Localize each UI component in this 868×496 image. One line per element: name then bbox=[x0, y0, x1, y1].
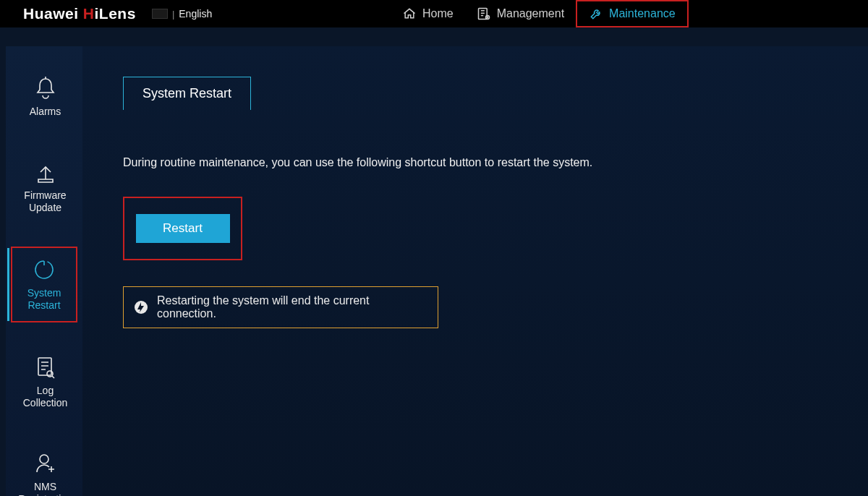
restart-button-label: Restart bbox=[163, 221, 203, 236]
nav-management-label: Management bbox=[497, 7, 564, 20]
sidebar-log-label: Log Collection bbox=[16, 385, 75, 410]
sidebar-alarms-label: Alarms bbox=[30, 106, 61, 119]
warning-box: Restarting the system will end the curre… bbox=[123, 286, 438, 328]
log-icon bbox=[33, 354, 59, 380]
nav-maintenance[interactable]: Maintenance bbox=[576, 0, 689, 27]
upload-icon bbox=[33, 159, 59, 185]
restart-button[interactable]: Restart bbox=[136, 214, 230, 243]
power-icon bbox=[31, 257, 57, 283]
management-icon bbox=[477, 7, 491, 21]
sidebar: Alarms Firmware Update System Restart Lo… bbox=[6, 46, 82, 496]
warning-icon bbox=[134, 300, 148, 315]
brand-suffix: iLens bbox=[95, 5, 136, 22]
user-plus-icon bbox=[33, 450, 59, 476]
sidebar-item-firmware-update[interactable]: Firmware Update bbox=[11, 150, 77, 223]
restart-highlight-box: Restart bbox=[123, 197, 242, 260]
sidebar-item-nms-registration[interactable]: NMS Registration bbox=[11, 442, 77, 497]
language-selector[interactable]: | English bbox=[152, 8, 212, 20]
tab-label: System Restart bbox=[142, 86, 231, 101]
sidebar-item-log-collection[interactable]: Log Collection bbox=[11, 346, 77, 419]
main-content: System Restart During routine maintenanc… bbox=[82, 46, 868, 496]
bell-icon bbox=[33, 75, 59, 101]
brand-h: H bbox=[83, 5, 95, 22]
nav-home-label: Home bbox=[422, 7, 454, 20]
brand-logo: Huawei HiLens bbox=[9, 5, 136, 22]
top-header: Huawei HiLens | English Home Management … bbox=[0, 0, 868, 27]
description-text: During routine maintenance, you can use … bbox=[123, 156, 827, 169]
sidebar-nms-label: NMS Registration bbox=[18, 481, 72, 497]
language-label: English bbox=[179, 8, 212, 20]
home-icon bbox=[402, 7, 417, 21]
flag-icon bbox=[152, 9, 168, 19]
sidebar-firmware-label: Firmware Update bbox=[24, 189, 66, 215]
sidebar-item-system-restart[interactable]: System Restart bbox=[11, 247, 77, 322]
svg-point-5 bbox=[40, 455, 48, 463]
brand-prefix: Huawei bbox=[23, 5, 83, 22]
tab-system-restart[interactable]: System Restart bbox=[123, 77, 251, 110]
sidebar-restart-label: System Restart bbox=[27, 287, 61, 312]
separator: | bbox=[172, 9, 174, 20]
warning-text: Restarting the system will end the curre… bbox=[157, 294, 427, 320]
nav-management[interactable]: Management bbox=[465, 0, 576, 27]
top-nav: Home Management Maintenance bbox=[391, 0, 689, 27]
page-body: Alarms Firmware Update System Restart Lo… bbox=[6, 46, 868, 496]
nav-home[interactable]: Home bbox=[391, 0, 465, 27]
maintenance-icon bbox=[589, 7, 603, 21]
sidebar-item-alarms[interactable]: Alarms bbox=[11, 67, 77, 127]
nav-maintenance-label: Maintenance bbox=[609, 7, 676, 20]
svg-rect-3 bbox=[38, 358, 51, 375]
